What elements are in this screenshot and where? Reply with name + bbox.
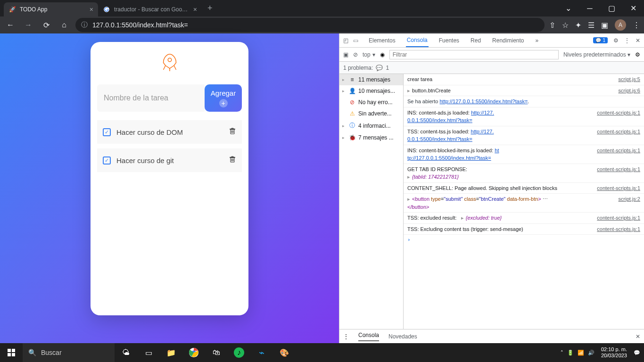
- taskbar-apps: 🌤 ▭ 📁 🛍 ♪ ⌁ 🎨: [115, 343, 296, 362]
- svg-point-1: [168, 58, 172, 62]
- file-explorer-icon[interactable]: 📁: [160, 343, 182, 362]
- nav-link[interactable]: http://127.0.0.1:5500/index.html?task=: [440, 99, 528, 104]
- chevron-down-icon[interactable]: ⌄: [557, 0, 579, 16]
- log-entry: ▸▸ button.btnCreatebutton.btnCreatescrip…: [404, 85, 644, 97]
- tab-network[interactable]: Red: [470, 34, 482, 47]
- sidebar-item[interactable]: ▸👤10 mensajes...: [339, 85, 403, 97]
- system-tray: ˄ 🔋 📶 🔊 02:10 p. m. 20/03/2023 💬: [557, 346, 644, 359]
- new-tab-button[interactable]: +: [202, 3, 218, 13]
- svg-rect-2: [8, 349, 11, 352]
- reading-list-icon[interactable]: ☰: [588, 21, 594, 30]
- filter-input[interactable]: [389, 50, 559, 59]
- clock[interactable]: 02:10 p. m. 20/03/2023: [598, 346, 630, 359]
- rocket-logo: [97, 51, 242, 76]
- task-name-input[interactable]: [97, 84, 205, 112]
- sidebar-item[interactable]: ▸ⓘ4 informaci...: [339, 119, 403, 132]
- checkbox-icon[interactable]: ✓: [103, 156, 111, 165]
- search-icon: 🔍: [28, 349, 36, 356]
- page-viewport: Agregar + ✓ Hacer curso de DOM ✓ Hacer c…: [0, 33, 339, 343]
- close-devtools-icon[interactable]: ✕: [636, 37, 640, 44]
- paint-icon[interactable]: 🎨: [273, 343, 296, 362]
- browser-tab[interactable]: traductor - Buscar con Google ×: [98, 2, 202, 16]
- tray-chevron-icon[interactable]: ˄: [561, 350, 563, 356]
- console-output[interactable]: crear tareascript.js:5 ▸▸ button.btnCrea…: [404, 74, 644, 329]
- start-button[interactable]: [0, 343, 23, 362]
- devtools-tabs: ◰ ▭ Elementos Consola Fuentes Red Rendim…: [339, 33, 644, 48]
- log-entry: crear tareascript.js:5: [404, 74, 644, 85]
- tab-console[interactable]: Consola: [406, 34, 429, 47]
- tab-performance[interactable]: Rendimiento: [491, 34, 525, 47]
- forward-button[interactable]: →: [22, 18, 35, 32]
- drawer-tab-console[interactable]: Consola: [358, 332, 379, 341]
- sidebar-toggle-icon[interactable]: ▣: [343, 51, 348, 58]
- tab-sources[interactable]: Fuentes: [438, 34, 460, 47]
- live-expression-icon[interactable]: ◉: [380, 51, 385, 58]
- wifi-icon[interactable]: 📶: [578, 350, 584, 356]
- gear-icon[interactable]: ⚙: [613, 37, 619, 44]
- bookmark-icon[interactable]: ☆: [562, 21, 569, 30]
- reload-button[interactable]: ⟳: [40, 18, 53, 32]
- inspect-icon[interactable]: ◰: [343, 37, 348, 44]
- browser-toolbar: ← → ⟳ ⌂ ⓘ 127.0.0.1:5500/index.html?task…: [0, 16, 644, 33]
- close-window-button[interactable]: ✕: [622, 0, 644, 16]
- close-tab-icon[interactable]: ×: [90, 6, 93, 13]
- address-bar[interactable]: ⓘ 127.0.0.1:5500/index.html?task=: [75, 18, 545, 32]
- volume-icon[interactable]: 🔊: [588, 350, 594, 356]
- notifications-icon[interactable]: 💬: [634, 350, 640, 356]
- issues-badge[interactable]: 💬 1: [593, 37, 608, 43]
- store-icon[interactable]: 🛍: [205, 343, 228, 362]
- task-view-icon[interactable]: ▭: [137, 343, 160, 362]
- more-tabs-icon[interactable]: »: [534, 34, 539, 47]
- minimize-button[interactable]: ─: [579, 0, 601, 16]
- taskbar-search[interactable]: 🔍 Buscar: [23, 343, 115, 362]
- menu-icon[interactable]: ⋮: [633, 21, 640, 30]
- problems-label: 1 problema:: [343, 65, 373, 71]
- close-tab-icon[interactable]: ×: [193, 6, 197, 13]
- browser-tab-active[interactable]: 🚀 TODO App ×: [4, 2, 98, 16]
- list-icon: ≡: [349, 76, 355, 83]
- sidebar-item[interactable]: ▸≡11 mensajes: [339, 74, 403, 85]
- info-icon[interactable]: ⓘ: [81, 21, 88, 29]
- sidebar-item[interactable]: ⚠Sin adverte...: [339, 108, 403, 119]
- weather-icon[interactable]: 🌤: [115, 343, 137, 362]
- chrome-icon[interactable]: [182, 343, 205, 362]
- clear-console-icon[interactable]: ⊘: [353, 51, 358, 58]
- checkbox-icon[interactable]: ✓: [103, 128, 111, 136]
- browser-chrome: 🚀 TODO App × traductor - Buscar con Goog…: [0, 0, 644, 33]
- profile-avatar[interactable]: A: [615, 19, 626, 31]
- side-panel-icon[interactable]: ▣: [601, 21, 608, 30]
- battery-icon[interactable]: 🔋: [567, 350, 574, 356]
- drawer-menu-icon[interactable]: ⋮: [343, 333, 349, 340]
- maximize-button[interactable]: ▢: [601, 0, 622, 16]
- vscode-icon[interactable]: ⌁: [250, 343, 273, 362]
- problems-bar[interactable]: 1 problema: 💬 1: [339, 62, 644, 74]
- back-button[interactable]: ←: [4, 18, 17, 32]
- drawer-tab-whatsnew[interactable]: Novedades: [388, 333, 417, 340]
- tab-strip: 🚀 TODO App × traductor - Buscar con Goog…: [0, 0, 644, 16]
- add-task-button[interactable]: Agregar +: [205, 84, 242, 112]
- extensions-icon[interactable]: ✦: [575, 21, 581, 30]
- gear-icon[interactable]: ⚙: [635, 51, 640, 58]
- trash-icon[interactable]: [229, 127, 236, 137]
- tab-elements[interactable]: Elementos: [368, 34, 396, 47]
- svg-rect-4: [8, 353, 11, 356]
- home-button[interactable]: ⌂: [58, 18, 71, 32]
- sidebar-item[interactable]: ▸🐞7 mensajes ...: [339, 132, 403, 143]
- url-text: 127.0.0.1:5500/index.html?task=: [92, 21, 188, 29]
- spotify-icon[interactable]: ♪: [228, 343, 250, 362]
- windows-taskbar: 🔍 Buscar 🌤 ▭ 📁 🛍 ♪ ⌁ 🎨 ˄ 🔋 📶 🔊 02:10 p. …: [0, 343, 644, 362]
- close-drawer-icon[interactable]: ✕: [636, 333, 640, 340]
- sidebar-item[interactable]: ⊘No hay erro...: [339, 97, 403, 108]
- log-levels-selector[interactable]: Niveles predeterminados ▾: [563, 51, 630, 58]
- console-filter-bar: ▣ ⊘ top ▾ ◉ Niveles predeterminados ▾ ⚙: [339, 48, 644, 62]
- console-prompt[interactable]: ›: [404, 235, 644, 245]
- share-icon[interactable]: ⇧: [549, 21, 555, 30]
- trash-icon[interactable]: [229, 155, 236, 165]
- kebab-menu-icon[interactable]: ⋮: [624, 37, 630, 44]
- device-toggle-icon[interactable]: ▭: [353, 37, 358, 44]
- debug-icon: 🐞: [349, 134, 355, 141]
- context-selector[interactable]: top ▾: [363, 51, 375, 58]
- problems-count: 1: [386, 65, 389, 71]
- task-item: ✓ Hacer curso de DOM: [97, 120, 242, 144]
- task-list[interactable]: ✓ Hacer curso de DOM ✓ Hacer curso de gi…: [97, 120, 242, 309]
